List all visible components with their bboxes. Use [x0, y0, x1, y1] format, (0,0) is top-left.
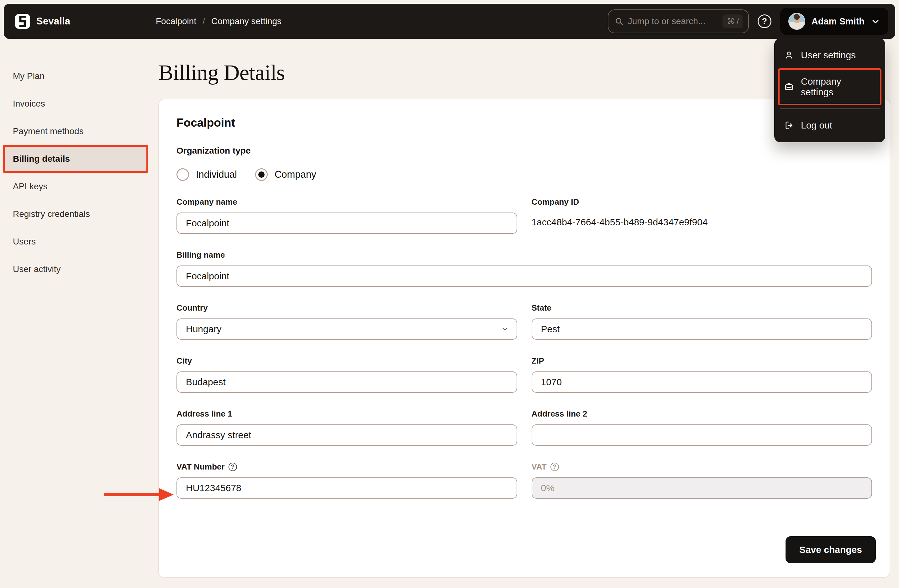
annotation-arrow-icon [103, 488, 175, 502]
sidebar-item-label: User activity [13, 264, 60, 274]
menu-item-company-settings[interactable]: Company settings [778, 68, 882, 105]
address-line-2-field-group: Address line 2 [531, 409, 872, 446]
user-name: Adam Smith [811, 16, 865, 27]
sidebar-item-label: Registry credentials [13, 209, 90, 219]
country-select[interactable]: Hungary [176, 318, 517, 340]
breadcrumb-org[interactable]: Focalpoint [156, 16, 196, 26]
city-field-group: City [176, 356, 517, 393]
breadcrumb-page[interactable]: Company settings [211, 16, 281, 26]
vat-field-group: VAT ? [531, 462, 872, 498]
vat-help-icon[interactable]: ? [550, 463, 559, 471]
zip-label: ZIP [531, 356, 872, 366]
address-line-1-label: Address line 1 [176, 409, 517, 419]
zip-input[interactable] [531, 371, 872, 393]
radio-individual-label: Individual [196, 169, 237, 180]
user-dropdown-menu: User settings Company settings Log out [774, 38, 885, 142]
search-box[interactable]: ⌘ / [608, 9, 749, 33]
menu-item-log-out[interactable]: Log out [778, 112, 882, 139]
menu-divider [780, 108, 880, 109]
sidebar-item-label: Users [13, 237, 36, 247]
sidebar: My Plan Invoices Payment methods Billing… [3, 62, 148, 283]
address-line-2-label: Address line 2 [531, 409, 872, 419]
search-shortcut-badge: ⌘ / [723, 14, 743, 28]
sidebar-item-user-activity[interactable]: User activity [3, 255, 148, 283]
logout-icon [784, 120, 794, 130]
state-input[interactable] [531, 318, 872, 340]
city-input[interactable] [176, 371, 517, 393]
vat-label-text: VAT [531, 462, 547, 472]
menu-item-label: Company settings [801, 76, 876, 97]
billing-name-label: Billing name [176, 250, 872, 260]
search-icon [615, 17, 624, 26]
sidebar-item-label: API keys [13, 182, 47, 191]
sidebar-item-payment-methods[interactable]: Payment methods [3, 117, 148, 145]
user-menu-button[interactable]: Adam Smith [780, 8, 888, 35]
brand-name: Sevalla [36, 15, 70, 27]
help-icon[interactable]: ? [758, 14, 771, 28]
sidebar-item-registry-credentials[interactable]: Registry credentials [3, 200, 148, 228]
billing-name-field-group: Billing name [176, 250, 872, 287]
country-selected-value: Hungary [186, 324, 221, 335]
company-heading: Focalpoint [176, 116, 872, 130]
vat-input [531, 477, 872, 498]
radio-company[interactable]: Company [255, 168, 316, 181]
sevalla-logo-icon [15, 14, 30, 29]
radio-individual-control[interactable] [176, 168, 189, 181]
sidebar-item-my-plan[interactable]: My Plan [3, 62, 148, 90]
address-line-2-input[interactable] [531, 424, 872, 446]
vat-number-input[interactable] [176, 477, 517, 498]
country-label: Country [176, 303, 517, 313]
vat-number-label: VAT Number ? [176, 462, 517, 472]
radio-individual[interactable]: Individual [176, 168, 237, 181]
company-name-input[interactable] [176, 213, 517, 234]
page-title: Billing Details [159, 60, 285, 85]
vat-label: VAT ? [531, 462, 872, 472]
company-name-label: Company name [176, 197, 517, 207]
company-id-value: 1acc48b4-7664-4b55-b489-9d4347e9f904 [531, 217, 872, 228]
company-id-label: Company ID [531, 197, 872, 207]
organization-type-group: Individual Company [176, 168, 872, 181]
app-root: Sevalla Focalpoint / Company settings ⌘ … [0, 0, 899, 588]
chevron-down-icon [871, 17, 880, 26]
radio-company-label: Company [275, 169, 316, 180]
sidebar-item-users[interactable]: Users [3, 228, 148, 255]
chevron-down-icon [501, 325, 509, 333]
sidebar-item-invoices[interactable]: Invoices [3, 90, 148, 117]
briefcase-icon [784, 82, 794, 92]
save-changes-button[interactable]: Save changes [786, 536, 876, 563]
vat-number-label-text: VAT Number [176, 462, 225, 472]
sidebar-item-label: Billing details [13, 154, 70, 164]
sidebar-item-api-keys[interactable]: API keys [3, 173, 148, 200]
country-field-group: Country Hungary [176, 303, 517, 340]
menu-item-user-settings[interactable]: User settings [778, 42, 882, 68]
zip-field-group: ZIP [531, 356, 872, 393]
menu-item-label: User settings [801, 50, 856, 60]
state-label: State [531, 303, 872, 313]
topbar: Sevalla Focalpoint / Company settings ⌘ … [4, 4, 895, 39]
city-label: City [176, 356, 517, 366]
sidebar-item-label: Payment methods [13, 126, 84, 136]
brand[interactable]: Sevalla [15, 14, 70, 29]
billing-details-card: Focalpoint Organization type Individual … [158, 99, 890, 578]
topbar-right: ⌘ / ? Adam Smith [608, 8, 888, 35]
company-name-field-group: Company name [176, 197, 517, 234]
vat-number-field-group: VAT Number ? [176, 462, 517, 498]
billing-name-input[interactable] [176, 265, 872, 287]
state-field-group: State [531, 303, 872, 340]
sidebar-item-label: Invoices [13, 99, 45, 109]
organization-type-label: Organization type [176, 146, 872, 156]
address-line-1-field-group: Address line 1 [176, 409, 517, 446]
vat-number-help-icon[interactable]: ? [229, 463, 237, 471]
breadcrumb: Focalpoint / Company settings [156, 4, 281, 39]
avatar [788, 13, 805, 30]
radio-company-control[interactable] [255, 168, 268, 181]
company-id-group: Company ID 1acc48b4-7664-4b55-b489-9d434… [531, 197, 872, 234]
menu-item-label: Log out [801, 120, 832, 131]
sidebar-item-billing-details[interactable]: Billing details [3, 145, 148, 173]
user-icon [784, 50, 794, 60]
sidebar-item-label: My Plan [13, 71, 45, 81]
search-input[interactable] [628, 16, 718, 26]
address-line-1-input[interactable] [176, 424, 517, 446]
breadcrumb-separator-icon: / [202, 16, 205, 26]
